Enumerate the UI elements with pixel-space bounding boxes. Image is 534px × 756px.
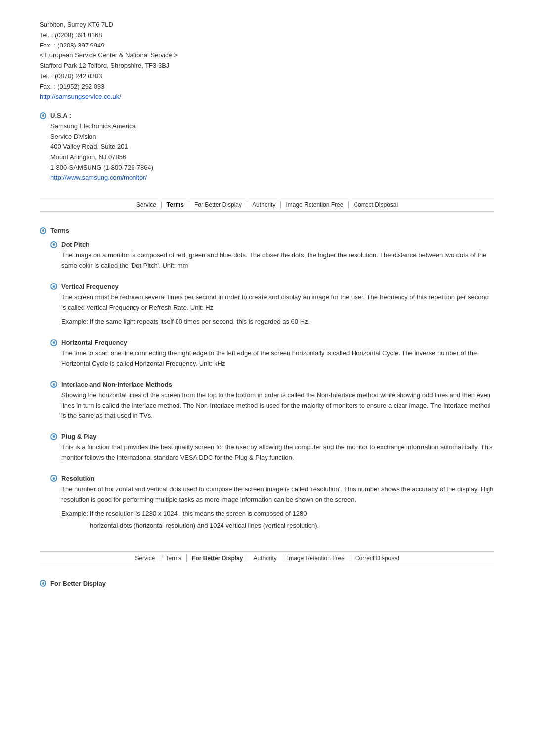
bottom-nav-service[interactable]: Service (130, 555, 160, 562)
term-horizontal-frequency: Horizontal Frequency The time to scan on… (50, 339, 494, 369)
nav-better-display[interactable]: For Better Display (189, 201, 247, 208)
nav-service[interactable]: Service (132, 201, 162, 208)
usa-line5: 1-800-SAMSUNG (1-800-726-7864) (50, 163, 494, 173)
bottom-nav-image-retention[interactable]: Image Retention Free (282, 555, 350, 562)
horizontal-freq-bullet (50, 339, 57, 346)
bottom-nav-authority[interactable]: Authority (248, 555, 282, 562)
address-line-1: Surbiton, Surrey KT6 7LD (40, 20, 494, 30)
vertical-freq-example: Example: If the same light repeats itsel… (61, 317, 494, 327)
dot-pitch-body: The image on a monitor is composed of re… (61, 250, 494, 271)
resolution-bullet (50, 475, 57, 482)
usa-line1: Samsung Electronics America (50, 121, 494, 132)
nav-correct-disposal[interactable]: Correct Disposal (349, 201, 402, 208)
usa-address-block: Samsung Electronics America Service Divi… (50, 121, 494, 183)
usa-section-header: U.S.A : (40, 112, 494, 119)
terms-section: Terms Dot Pitch The image on a monitor i… (40, 227, 494, 531)
usa-line3: 400 Valley Road, Suite 201 (50, 142, 494, 152)
dot-pitch-bullet (50, 241, 57, 248)
resolution-title: Resolution (61, 475, 94, 482)
address-line-3: Fax. : (0208) 397 9949 (40, 41, 494, 51)
terms-bullet-icon (40, 227, 46, 234)
interlace-body: Showing the horizontal lines of the scre… (61, 390, 494, 421)
horizontal-freq-title: Horizontal Frequency (61, 339, 127, 346)
dot-pitch-title: Dot Pitch (61, 241, 89, 248)
address-line-2: Tel. : (0208) 391 0168 (40, 30, 494, 41)
resolution-title-row: Resolution (50, 475, 494, 482)
term-vertical-frequency: Vertical Frequency The screen must be re… (50, 283, 494, 327)
address-line-7: Fax. : (01952) 292 033 (40, 82, 494, 92)
vertical-freq-title: Vertical Frequency (61, 283, 119, 290)
horizontal-freq-title-row: Horizontal Frequency (50, 339, 494, 346)
nav-terms[interactable]: Terms (162, 201, 189, 208)
bottom-nav-terms[interactable]: Terms (160, 555, 187, 562)
footer-section: For Better Display (40, 580, 494, 587)
term-interlace: Interlace and Non-Interlace Methods Show… (50, 381, 494, 421)
address-block: Surbiton, Surrey KT6 7LD Tel. : (0208) 3… (40, 20, 494, 102)
top-nav-bar: Service Terms For Better Display Authori… (40, 198, 494, 212)
samsung-service-link[interactable]: http://samsungservice.co.uk/ (40, 93, 121, 100)
vertical-freq-title-row: Vertical Frequency (50, 283, 494, 290)
plug-play-bullet (50, 433, 57, 440)
dot-pitch-title-row: Dot Pitch (50, 241, 494, 248)
term-plug-play: Plug & Play This is a function that prov… (50, 433, 494, 463)
interlace-title-row: Interlace and Non-Interlace Methods (50, 381, 494, 388)
usa-line4: Mount Arlington, NJ 07856 (50, 152, 494, 163)
vertical-freq-bullet (50, 283, 57, 290)
address-line-5: Stafford Park 12 Telford, Shropshire, TF… (40, 61, 494, 71)
footer-bullet-icon (40, 580, 46, 587)
terms-title-row: Terms (40, 227, 494, 234)
resolution-body: The number of horizontal and vertical do… (61, 484, 494, 505)
terms-page-title: Terms (50, 227, 69, 234)
horizontal-freq-body: The time to scan one line connecting the… (61, 348, 494, 369)
bottom-nav-correct-disposal[interactable]: Correct Disposal (350, 555, 404, 562)
term-resolution: Resolution The number of horizontal and … (50, 475, 494, 531)
bottom-nav-better-display[interactable]: For Better Display (187, 555, 248, 562)
usa-line2: Service Division (50, 132, 494, 142)
usa-bullet-icon (40, 112, 46, 119)
samsung-monitor-link[interactable]: http://www.samsung.com/monitor/ (50, 174, 147, 181)
plug-play-title-row: Plug & Play (50, 433, 494, 440)
address-line-4: < European Service Center & National Ser… (40, 50, 494, 61)
resolution-example-line1: Example: If the resolution is 1280 x 102… (61, 509, 494, 519)
bottom-nav-bar: Service Terms For Better Display Authori… (40, 551, 494, 565)
usa-label: U.S.A : (50, 112, 71, 119)
plug-play-body: This is a function that provides the bes… (61, 442, 494, 463)
address-line-6: Tel. : (0870) 242 0303 (40, 71, 494, 82)
vertical-freq-body: The screen must be redrawn several times… (61, 292, 494, 313)
resolution-example-line2: horizontal dots (horizontal resolution) … (90, 521, 494, 531)
footer-label-text: For Better Display (50, 580, 106, 587)
interlace-title: Interlace and Non-Interlace Methods (61, 381, 172, 388)
interlace-bullet (50, 381, 57, 388)
plug-play-title: Plug & Play (61, 433, 97, 440)
nav-image-retention[interactable]: Image Retention Free (281, 201, 349, 208)
nav-authority[interactable]: Authority (247, 201, 281, 208)
term-dot-pitch: Dot Pitch The image on a monitor is comp… (50, 241, 494, 271)
